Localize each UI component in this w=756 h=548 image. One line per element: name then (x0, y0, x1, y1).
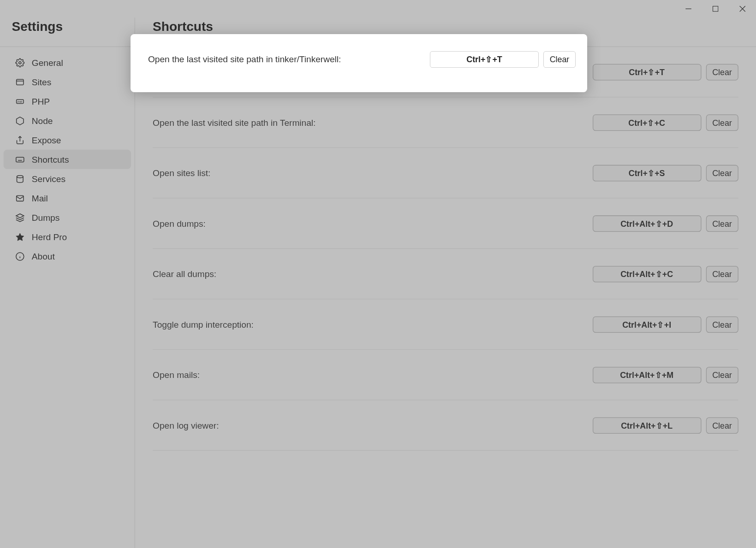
shortcut-open-mails-row: Open mails:Clear (153, 350, 738, 401)
window-close-button[interactable] (729, 0, 756, 18)
shortcut-controls: Clear (592, 316, 738, 333)
shortcut-tinker-clear-button[interactable]: Clear (706, 64, 738, 80)
svg-marker-19 (16, 213, 24, 217)
svg-rect-11 (16, 157, 24, 162)
sidebar-item-sites[interactable]: Sites (4, 72, 131, 92)
shortcut-controls: Clear (592, 366, 738, 383)
sidebar-item-general[interactable]: General (4, 53, 131, 72)
shortcut-label: Open mails: (153, 370, 200, 380)
sidebar-item-shortcuts[interactable]: Shortcuts (4, 150, 131, 169)
shortcut-tinker-input[interactable] (592, 64, 701, 80)
shortcut-toggle-dump-clear-button[interactable]: Clear (706, 316, 738, 333)
layers-icon (15, 213, 24, 222)
shortcut-terminal-row: Open the last visited site path in Termi… (153, 97, 738, 148)
window-maximize-button[interactable] (702, 0, 729, 18)
shortcut-label: Open log viewer: (153, 420, 219, 430)
spotlight-controls: Clear (430, 51, 576, 68)
window-minimize-button[interactable] (675, 0, 702, 18)
shortcut-sites-list-row: Open sites list:Clear (153, 148, 738, 199)
shortcut-label: Open dumps: (153, 218, 206, 229)
shortcut-controls: Clear (592, 265, 738, 282)
svg-rect-5 (17, 79, 24, 85)
minimize-icon (685, 4, 691, 14)
shortcut-open-dumps-row: Open dumps:Clear (153, 198, 738, 249)
keyboard-icon (15, 155, 24, 164)
shortcut-log-viewer-input[interactable] (592, 417, 701, 434)
shortcut-toggle-dump-row: Toggle dump interception:Clear (153, 299, 738, 350)
shortcut-controls: Clear (592, 64, 738, 80)
sidebar-item-herd-pro[interactable]: Herd Pro (4, 227, 131, 247)
shortcut-controls: Clear (592, 417, 738, 434)
sidebar-item-label: Sites (32, 77, 51, 87)
shortcut-log-viewer-row: Open log viewer:Clear (153, 401, 738, 451)
shortcut-label: Open the last visited site path in Termi… (153, 118, 315, 128)
svg-point-4 (19, 61, 21, 64)
shortcut-label: Clear all dumps: (153, 269, 216, 279)
shortcut-controls: Clear (592, 165, 738, 181)
shortcut-clear-dumps-input[interactable] (592, 265, 701, 282)
sidebar-item-mail[interactable]: Mail (4, 189, 131, 208)
svg-text:PHP: PHP (18, 100, 23, 103)
spotlight-shortcut-input[interactable] (430, 51, 539, 68)
sidebar-title: Settings (0, 19, 135, 47)
main-panel: Shortcuts Open the last visited site pat… (135, 18, 756, 548)
node-icon (15, 116, 24, 125)
info-icon (15, 252, 24, 261)
app-body: Settings GeneralSitesPHPPHPNodeExposeSho… (0, 18, 756, 548)
sidebar-item-node[interactable]: Node (4, 111, 131, 130)
shortcut-terminal-input[interactable] (592, 114, 701, 131)
sidebar-nav: GeneralSitesPHPPHPNodeExposeShortcutsSer… (0, 53, 135, 266)
svg-marker-9 (17, 117, 24, 124)
maximize-icon (713, 4, 719, 14)
sidebar-divider (0, 47, 135, 47)
shortcut-open-dumps-clear-button[interactable]: Clear (706, 215, 738, 232)
sidebar-item-label: PHP (32, 96, 50, 106)
sidebar-item-label: General (32, 58, 63, 68)
sidebar-item-label: Mail (32, 193, 48, 203)
shortcut-open-dumps-input[interactable] (592, 215, 701, 232)
shortcut-clear-dumps-clear-button[interactable]: Clear (706, 265, 738, 282)
sidebar-item-label: About (32, 251, 55, 261)
sidebar-item-label: Services (32, 174, 65, 184)
sidebar-item-dumps[interactable]: Dumps (4, 208, 131, 227)
share-icon (15, 136, 24, 145)
php-icon: PHP (15, 96, 24, 106)
sidebar-item-label: Herd Pro (32, 232, 67, 242)
shortcut-terminal-clear-button[interactable]: Clear (706, 114, 738, 131)
browser-icon (15, 77, 24, 86)
shortcut-open-mails-input[interactable] (592, 366, 701, 383)
shortcut-toggle-dump-input[interactable] (592, 316, 701, 333)
sidebar-item-label: Expose (32, 135, 61, 145)
sidebar-item-expose[interactable]: Expose (4, 130, 131, 150)
gear-icon (15, 58, 24, 67)
spotlight-highlight: Open the last visited site path in tinke… (131, 34, 588, 92)
sidebar: Settings GeneralSitesPHPPHPNodeExposeSho… (0, 18, 135, 548)
spotlight-label: Open the last visited site path in tinke… (148, 54, 341, 65)
shortcut-label: Toggle dump interception: (153, 319, 254, 330)
shortcut-controls: Clear (592, 114, 738, 131)
sidebar-item-about[interactable]: About (4, 247, 131, 266)
shortcut-log-viewer-clear-button[interactable]: Clear (706, 417, 738, 434)
shortcut-rows: Open the last visited site path in tinke… (135, 47, 756, 548)
shortcut-clear-dumps-row: Clear all dumps:Clear (153, 249, 738, 300)
star-icon (15, 232, 24, 242)
svg-marker-20 (16, 233, 24, 240)
svg-point-17 (17, 175, 24, 177)
svg-rect-1 (713, 6, 718, 11)
spotlight-clear-button[interactable]: Clear (543, 51, 576, 68)
shortcut-sites-list-clear-button[interactable]: Clear (706, 165, 738, 181)
shortcut-open-mails-clear-button[interactable]: Clear (706, 366, 738, 383)
shortcut-sites-list-input[interactable] (592, 165, 701, 181)
sidebar-item-label: Node (32, 116, 53, 126)
sidebar-item-label: Shortcuts (32, 154, 69, 165)
shortcut-label: Open sites list: (153, 168, 210, 178)
sidebar-item-php[interactable]: PHPPHP (4, 92, 131, 111)
database-icon (15, 174, 24, 183)
sidebar-item-label: Dumps (32, 212, 60, 223)
mail-icon (15, 194, 24, 203)
titlebar (0, 0, 756, 18)
close-icon (739, 4, 745, 14)
shortcut-controls: Clear (592, 215, 738, 232)
sidebar-item-services[interactable]: Services (4, 169, 131, 189)
